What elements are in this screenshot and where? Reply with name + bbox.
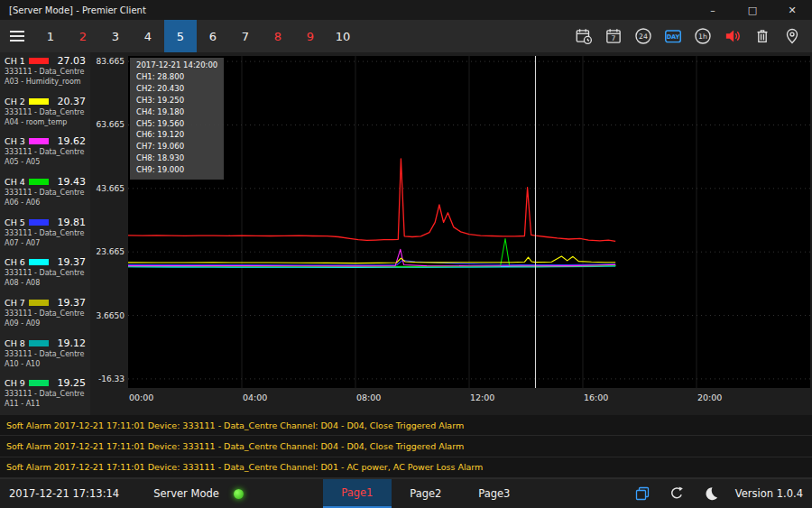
channel-id: CH 5 bbox=[5, 217, 25, 227]
location-button[interactable] bbox=[781, 25, 803, 47]
channel-id: CH 4 bbox=[5, 177, 25, 187]
tooltip-row: CH2: 20.430 bbox=[136, 83, 217, 95]
channel-id: CH 7 bbox=[5, 298, 25, 308]
channel-item[interactable]: CH 719.37333111 - Data_CentreA09 - A09 bbox=[0, 294, 90, 335]
channel-point: A06 - A06 bbox=[5, 198, 90, 208]
channel-page-tab-10[interactable]: 10 bbox=[327, 20, 359, 52]
toolbar-icons: 7 24 DAY 1h bbox=[573, 25, 812, 47]
channel-item[interactable]: CH 519.81333111 - Data_CentreA07 - A07 bbox=[0, 214, 90, 254]
channel-page-tab-2[interactable]: 2 bbox=[67, 20, 99, 52]
page-tab-page1[interactable]: Page1 bbox=[323, 479, 392, 508]
channel-value: 19.43 bbox=[58, 176, 87, 188]
datetime-range-button[interactable] bbox=[573, 25, 595, 47]
channel-item[interactable]: CH 220.37333111 - Data_CentreA04 - room_… bbox=[0, 93, 90, 134]
svg-text:1h: 1h bbox=[698, 32, 707, 41]
hour-view-button[interactable]: 1h bbox=[692, 25, 714, 47]
hamburger-icon bbox=[10, 31, 24, 32]
channel-value: 19.37 bbox=[58, 256, 87, 268]
close-button[interactable]: ✕ bbox=[772, 0, 812, 20]
alarm-sound-button[interactable] bbox=[722, 25, 743, 47]
svg-text:83.665: 83.665 bbox=[97, 57, 125, 66]
day-view-button[interactable]: DAY bbox=[662, 25, 684, 47]
night-mode-button[interactable] bbox=[701, 484, 721, 503]
svg-text:23.665: 23.665 bbox=[97, 247, 125, 256]
speaker-icon bbox=[723, 26, 743, 46]
channel-item[interactable]: CH 127.03333111 - Data_CentreA03 - Humid… bbox=[0, 52, 90, 93]
channel-point: A05 - A05 bbox=[5, 157, 90, 167]
trend-chart[interactable]: 00:0004:0008:0012:0016:0020:0083.66563.6… bbox=[90, 52, 812, 415]
toolbar: 12345678910 bbox=[0, 20, 812, 52]
channel-item[interactable]: CH 419.43333111 - Data_CentreA06 - A06 bbox=[0, 173, 90, 214]
svg-text:08:00: 08:00 bbox=[356, 393, 381, 402]
clear-alarms-button[interactable] bbox=[752, 25, 773, 47]
channel-page-tab-3[interactable]: 3 bbox=[99, 20, 132, 52]
page-tab-page2[interactable]: Page2 bbox=[392, 479, 460, 508]
svg-text:DAY: DAY bbox=[667, 33, 680, 41]
channel-color-swatch bbox=[29, 98, 49, 105]
svg-text:16:00: 16:00 bbox=[584, 393, 608, 402]
day-view-icon: DAY bbox=[663, 26, 683, 46]
hours-24-view-button[interactable]: 24 bbox=[632, 25, 654, 47]
menu-button[interactable] bbox=[0, 20, 34, 52]
tooltip-row: CH7: 19.060 bbox=[136, 141, 217, 152]
svg-text:3.6650: 3.6650 bbox=[97, 311, 125, 320]
svg-text:63.665: 63.665 bbox=[97, 120, 125, 129]
status-timestamp: 2017-12-21 17:13:14 bbox=[9, 487, 119, 500]
channel-id: CH 2 bbox=[5, 97, 25, 106]
tooltip-row: CH4: 19.180 bbox=[136, 106, 217, 118]
alarm-list: Soft Alarm 2017-12-21 17:11:01 Device: 3… bbox=[0, 415, 812, 478]
trash-icon bbox=[752, 26, 772, 46]
channel-page-tab-5[interactable]: 5 bbox=[164, 20, 197, 52]
channel-page-tab-8[interactable]: 8 bbox=[262, 20, 294, 52]
chart-tooltip: 2017-12-21 14:20:00 CH1: 28.800CH2: 20.4… bbox=[130, 58, 224, 180]
minimize-button[interactable]: – bbox=[693, 0, 733, 20]
channel-color-swatch bbox=[29, 300, 49, 306]
channel-point: A07 - A07 bbox=[5, 238, 90, 248]
channel-point: A11 - A11 bbox=[5, 399, 90, 409]
maximize-button[interactable]: □ bbox=[733, 0, 772, 20]
channel-page-tab-6[interactable]: 6 bbox=[197, 20, 229, 52]
refresh-button[interactable] bbox=[667, 484, 687, 503]
alarm-row[interactable]: Soft Alarm 2017-12-21 17:11:01 Device: 3… bbox=[0, 457, 812, 478]
tooltip-row: CH3: 19.250 bbox=[136, 95, 217, 106]
moon-icon bbox=[702, 485, 720, 503]
server-mode-label: Server Mode bbox=[153, 487, 219, 500]
channel-color-swatch bbox=[29, 58, 49, 64]
alarm-row[interactable]: Soft Alarm 2017-12-21 17:11:01 Device: 3… bbox=[0, 436, 812, 457]
channel-id: CH 1 bbox=[5, 56, 25, 66]
tooltip-row: CH1: 28.800 bbox=[136, 71, 217, 83]
svg-text:-16.33: -16.33 bbox=[98, 374, 125, 383]
hour-1h-icon: 1h bbox=[693, 26, 713, 46]
tooltip-timestamp: 2017-12-21 14:20:00 bbox=[136, 60, 217, 71]
layout-pages-button[interactable] bbox=[632, 484, 652, 503]
channel-value: 19.25 bbox=[58, 377, 87, 389]
channel-device: 333111 - Data_Centre bbox=[5, 389, 90, 399]
channel-value: 19.12 bbox=[58, 337, 87, 349]
svg-text:04:00: 04:00 bbox=[243, 393, 267, 402]
channel-point: A03 - Humidity_room bbox=[5, 77, 90, 87]
tooltip-row: CH8: 18.930 bbox=[136, 152, 217, 164]
channel-item[interactable]: CH 619.37333111 - Data_CentreA08 - A08 bbox=[0, 254, 90, 294]
channel-point: A09 - A09 bbox=[5, 319, 90, 328]
channel-page-tab-4[interactable]: 4 bbox=[132, 20, 164, 52]
week-view-button[interactable]: 7 bbox=[603, 25, 624, 47]
channel-color-swatch bbox=[29, 380, 49, 386]
alarm-row[interactable]: Soft Alarm 2017-12-21 17:11:01 Device: 3… bbox=[0, 415, 812, 436]
channel-page-tab-7[interactable]: 7 bbox=[229, 20, 262, 52]
calendar-week-icon: 7 bbox=[604, 26, 623, 46]
channel-item[interactable]: CH 819.12333111 - Data_CentreA10 - A10 bbox=[0, 335, 90, 375]
channel-page-tab-1[interactable]: 1 bbox=[34, 20, 67, 52]
tooltip-row: CH6: 19.120 bbox=[136, 129, 217, 141]
channel-device: 333111 - Data_Centre bbox=[5, 147, 90, 157]
app-window: [Server Mode] - Premier Client – □ ✕ 123… bbox=[0, 0, 812, 508]
svg-text:20:00: 20:00 bbox=[697, 393, 722, 402]
channel-page-tab-9[interactable]: 9 bbox=[294, 20, 327, 52]
hours-24-icon: 24 bbox=[633, 26, 653, 46]
channel-point: A04 - room_temp bbox=[5, 117, 90, 127]
channel-item[interactable]: CH 919.25333111 - Data_CentreA11 - A11 bbox=[0, 374, 90, 415]
channel-item[interactable]: CH 319.62333111 - Data_CentreA05 - A05 bbox=[0, 133, 90, 173]
svg-text:43.665: 43.665 bbox=[97, 184, 125, 193]
page-tab-page3[interactable]: Page3 bbox=[460, 479, 529, 508]
channel-list: CH 127.03333111 - Data_CentreA03 - Humid… bbox=[0, 52, 90, 415]
svg-text:00:00: 00:00 bbox=[129, 393, 153, 402]
